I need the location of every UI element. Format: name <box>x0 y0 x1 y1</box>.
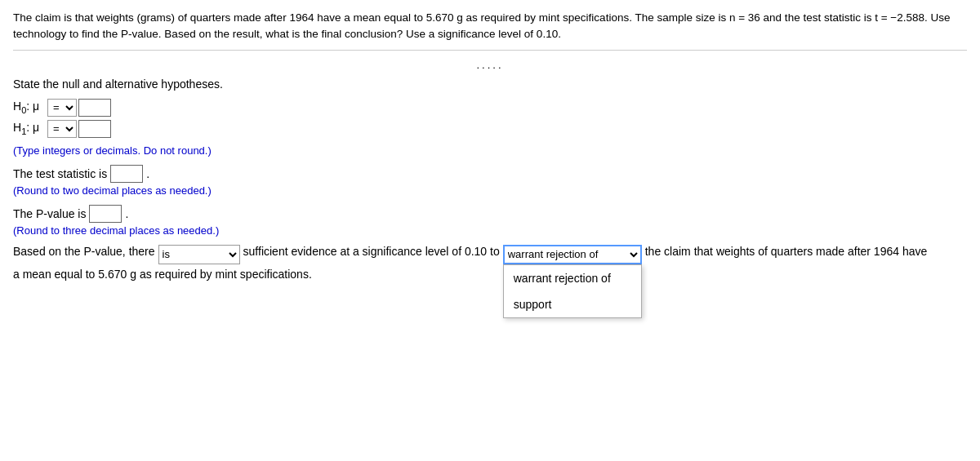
h1-subscript: 1 <box>21 126 26 136</box>
ellipsis-divider: ..... <box>13 59 967 71</box>
test-statistic-section: The test statistic is . (Round to two de… <box>13 165 967 197</box>
h0-row: H0: μ = ≠ < > ≤ ≥ <box>13 99 967 117</box>
conclusion-line2: a mean equal to 5.670 g as required by m… <box>13 268 967 281</box>
option-warrant-rejection[interactable]: warrant rejection of <box>504 265 641 291</box>
test-statistic-input[interactable] <box>110 165 143 183</box>
test-statistic-instruction: (Round to two decimal places as needed.) <box>13 184 967 197</box>
action-dropdown-container: warrant rejection of support warrant rej… <box>503 245 642 264</box>
h0-operator-select[interactable]: = ≠ < > ≤ ≥ <box>47 99 77 117</box>
test-statistic-row: The test statistic is . <box>13 165 967 183</box>
test-statistic-prefix: The test statistic is <box>13 167 107 180</box>
conclusion-middle: sufficient evidence at a significance le… <box>243 245 500 258</box>
h1-row: H1: μ = ≠ < > ≤ ≥ <box>13 120 967 138</box>
h1-value-input[interactable] <box>78 120 111 138</box>
conclusion-section: Based on the P-value, there is is not su… <box>13 245 967 281</box>
ellipsis-dots: ..... <box>476 59 503 71</box>
p-value-section: The P-value is . (Round to three decimal… <box>13 205 967 237</box>
h1-label: H1: μ <box>13 121 44 136</box>
problem-statement: The claim is that weights (grams) of qua… <box>13 11 950 40</box>
conclusion-prefix: Based on the P-value, there <box>13 245 155 258</box>
p-value-input[interactable] <box>89 205 122 223</box>
p-value-period: . <box>125 207 128 220</box>
evidence-select[interactable]: is is not <box>158 245 240 264</box>
h1-operator-select[interactable]: = ≠ < > ≤ ≥ <box>47 120 77 138</box>
action-select[interactable]: warrant rejection of support <box>503 245 642 264</box>
type-instruction: (Type integers or decimals. Do not round… <box>13 144 967 157</box>
p-value-prefix: The P-value is <box>13 207 86 220</box>
problem-text: The claim is that weights (grams) of qua… <box>13 10 967 51</box>
p-value-row: The P-value is . <box>13 205 967 223</box>
h0-label: H0: μ <box>13 100 44 115</box>
state-hypotheses-label: State the null and alternative hypothese… <box>13 78 967 91</box>
action-dropdown-open: warrant rejection of support <box>503 264 642 318</box>
hypotheses-section: H0: μ = ≠ < > ≤ ≥ H1: μ = ≠ < > ≤ ≥ <box>13 99 967 138</box>
test-statistic-period: . <box>146 167 149 180</box>
h0-subscript: 0 <box>21 105 26 115</box>
p-value-instruction: (Round to three decimal places as needed… <box>13 224 967 237</box>
conclusion-row-1: Based on the P-value, there is is not su… <box>13 245 967 264</box>
h0-value-input[interactable] <box>78 99 111 117</box>
conclusion-suffix: the claim that weights of quarters made … <box>645 245 928 258</box>
option-support[interactable]: support <box>504 291 641 317</box>
